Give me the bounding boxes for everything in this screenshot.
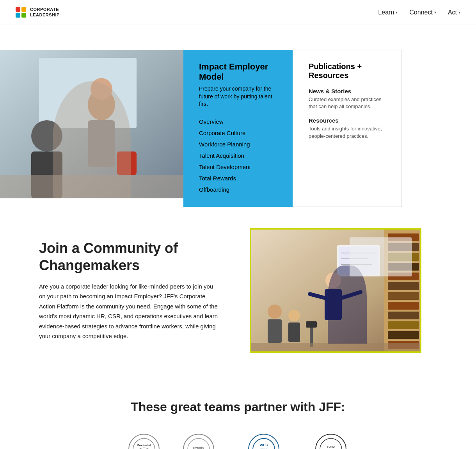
community-image	[250, 228, 437, 353]
navbar: CORPORATE LEADERSHIP Learn ▾ Connect ▾ A…	[0, 0, 476, 25]
dropdown-panel: Impact Employer Model Prepare your compa…	[0, 50, 476, 207]
pub-news-desc: Curated examples and practices that can …	[309, 96, 386, 110]
svg-rect-15	[388, 263, 419, 271]
svg-rect-16	[388, 273, 419, 280]
pub-news: News & Stories Curated examples and prac…	[309, 88, 386, 110]
pub-resources: Resources Tools and insights for innovat…	[309, 117, 386, 139]
pub-news-title[interactable]: News & Stories	[309, 88, 386, 94]
wes-logo: WES WORLD EDUCATION	[248, 434, 279, 449]
svg-rect-38	[306, 321, 317, 328]
dropdown-heading: Impact Employer Model	[199, 62, 277, 82]
partners-heading: These great teams partner with JFF:	[39, 400, 437, 414]
partners-next-button[interactable]: →	[371, 447, 388, 449]
menu-item-workforce-planning[interactable]: Workforce Planning	[199, 139, 277, 150]
logo[interactable]: CORPORATE LEADERSHIP	[16, 7, 60, 18]
community-image-border	[250, 228, 421, 353]
partner-logo-awarded: awarded —— Awarded	[183, 434, 214, 449]
publications-heading: Publications + Resources	[309, 62, 386, 80]
menu-item-corporate-culture[interactable]: Corporate Culture	[199, 127, 277, 139]
community-text: Join a Community of Changemakers Are you…	[39, 240, 218, 341]
dropdown-right-panel: Publications + Resources News & Stories …	[293, 50, 402, 207]
menu-item-total-rewards[interactable]: Total Rewards	[199, 173, 277, 184]
menu-item-overview[interactable]: Overview	[199, 116, 277, 127]
menu-item-offboarding[interactable]: Offboarding	[199, 184, 277, 195]
partner-logo-ford: FORD FOUNDATION Ford Foundation	[314, 434, 348, 449]
svg-rect-25	[339, 247, 378, 274]
menu-item-talent-acquisition[interactable]: Talent Acquisition	[199, 150, 277, 161]
awarded-logo: awarded ——	[183, 434, 214, 449]
svg-rect-17	[388, 282, 419, 290]
svg-point-35	[288, 310, 300, 321]
dropdown-subtitle: Prepare your company for the future of w…	[199, 85, 277, 108]
partner-logo-prudential: Prudential Prudential	[128, 434, 160, 449]
svg-rect-12	[388, 233, 419, 241]
svg-rect-19	[388, 302, 419, 310]
chevron-down-icon: ▾	[458, 10, 460, 14]
pub-resources-title[interactable]: Resources	[309, 117, 386, 124]
svg-rect-22	[388, 331, 419, 339]
logo-blocks	[16, 7, 26, 18]
nav-item-connect[interactable]: Connect ▾	[409, 9, 436, 16]
logo-text: CORPORATE LEADERSHIP	[30, 7, 60, 17]
chevron-down-icon: ▾	[434, 10, 436, 14]
svg-rect-20	[388, 312, 419, 319]
svg-rect-34	[268, 319, 282, 343]
svg-rect-21	[388, 321, 419, 329]
menu-item-talent-development[interactable]: Talent Development	[199, 161, 277, 173]
svg-text:WES: WES	[260, 443, 268, 447]
main-content: Join a Community of Changemakers Are you…	[0, 205, 476, 449]
community-section: Join a Community of Changemakers Are you…	[39, 228, 437, 353]
pub-resources-desc: Tools and insights for innovative, peopl…	[309, 125, 386, 139]
svg-point-33	[268, 305, 282, 319]
nav-links: Learn ▾ Connect ▾ Act ▾	[378, 9, 460, 16]
community-image-inner	[251, 230, 420, 351]
nav-item-learn[interactable]: Learn ▾	[378, 9, 398, 16]
prudential-logo: Prudential	[128, 434, 160, 449]
svg-rect-36	[288, 322, 300, 342]
dropdown-area: Impact Employer Model Prepare your compa…	[0, 25, 476, 205]
svg-text:awarded: awarded	[193, 446, 204, 449]
dropdown-menu: Overview Corporate Culture Workforce Pla…	[199, 116, 277, 195]
svg-rect-18	[388, 292, 419, 300]
partners-prev-button[interactable]: ←	[88, 447, 105, 449]
svg-line-31	[342, 292, 361, 298]
svg-rect-30	[325, 289, 342, 320]
partner-logo-wes: WES WORLD EDUCATION World Education Serv…	[238, 434, 291, 449]
partners-section: These great teams partner with JFF: ← Pr…	[39, 384, 437, 449]
chevron-down-icon: ▾	[396, 10, 398, 14]
partners-row: ← Prudential Prudential awarded	[39, 434, 437, 449]
svg-rect-39	[251, 343, 420, 351]
svg-text:FORD: FORD	[327, 445, 335, 448]
svg-point-29	[325, 273, 341, 288]
dropdown-left-panel: Impact Employer Model Prepare your compa…	[183, 50, 293, 207]
community-heading: Join a Community of Changemakers	[39, 240, 218, 273]
nav-item-act[interactable]: Act ▾	[448, 9, 460, 16]
ford-logo: FORD FOUNDATION	[315, 434, 346, 449]
community-body: Are you a corporate leader looking for l…	[39, 282, 218, 341]
svg-rect-13	[388, 243, 419, 251]
svg-text:Prudential: Prudential	[137, 444, 150, 447]
svg-rect-14	[388, 253, 419, 261]
